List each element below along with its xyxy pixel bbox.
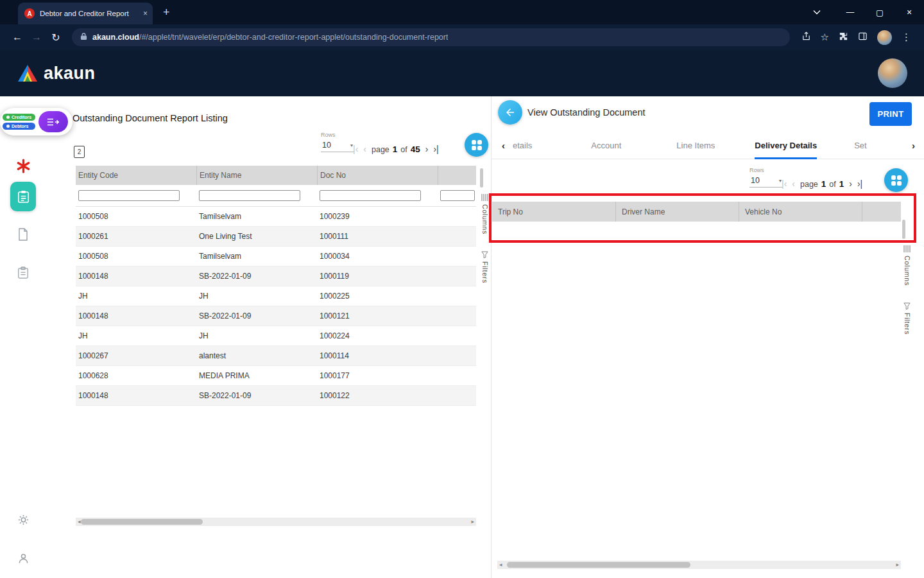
- table-side-tools: Columns Filters: [479, 164, 491, 300]
- columns-vertical-tab[interactable]: Columns: [903, 245, 911, 286]
- columns-vertical-tab[interactable]: Columns: [481, 194, 489, 234]
- columns-tab-label: Columns: [481, 204, 489, 234]
- table-row[interactable]: 1000628MEDIA PRIMA1000177: [76, 366, 476, 386]
- table-row[interactable]: JHJH1000224: [76, 326, 476, 346]
- scroll-right-icon[interactable]: ▸: [471, 518, 474, 526]
- rows-value: 10: [751, 176, 760, 185]
- profile-avatar[interactable]: [877, 30, 892, 45]
- vertical-scrollbar-thumb[interactable]: [480, 168, 483, 188]
- tab-close-icon[interactable]: ×: [143, 9, 148, 18]
- column-header-extra[interactable]: [862, 202, 901, 222]
- column-header-doc-no[interactable]: Doc No: [317, 166, 438, 185]
- column-header-entity-code[interactable]: Entity Code: [76, 166, 196, 185]
- scroll-left-icon[interactable]: ◂: [499, 561, 502, 569]
- filters-vertical-tab[interactable]: Filters: [481, 251, 489, 283]
- tab-account[interactable]: Account: [591, 132, 621, 159]
- detail-panel: View Outstanding Document PRINT ‹ etails…: [492, 96, 924, 578]
- column-header-trip-no[interactable]: Trip No: [492, 202, 615, 222]
- column-header-driver-name[interactable]: Driver Name: [615, 202, 739, 222]
- first-page-icon[interactable]: |‹: [353, 144, 358, 154]
- tab-delivery-details[interactable]: Delivery Details: [755, 132, 817, 159]
- tab-favicon: A: [24, 8, 35, 19]
- prev-page-icon[interactable]: ‹: [792, 179, 795, 189]
- table-row[interactable]: 1000148SB-2022-01-091000119: [76, 267, 476, 286]
- maximize-button[interactable]: ▢: [865, 8, 894, 17]
- column-header-vehicle-no[interactable]: Vehicle No: [739, 202, 862, 222]
- scroll-right-icon[interactable]: ▸: [896, 561, 899, 569]
- side-panel-icon[interactable]: [858, 31, 868, 44]
- prev-page-icon[interactable]: ‹: [363, 144, 366, 154]
- switcher-menu-button[interactable]: [38, 111, 68, 132]
- last-page-icon[interactable]: ›|: [857, 179, 862, 189]
- pdf-export-icon[interactable]: [0, 158, 46, 174]
- url-domain: akaun.cloud: [92, 33, 139, 42]
- scrollbar-thumb[interactable]: [81, 519, 203, 525]
- table-row[interactable]: 1000267alantest1000114: [76, 346, 476, 366]
- creditors-badge[interactable]: Creditors: [3, 114, 35, 121]
- delivery-table-header: Trip No Driver Name Vehicle No: [492, 202, 901, 222]
- last-page-icon[interactable]: ›|: [433, 144, 438, 154]
- filter-doc-no-input[interactable]: [320, 190, 421, 201]
- main-content: Creditors Debtors Outstanding Document R…: [0, 96, 924, 578]
- tabs-scroll-left-icon[interactable]: ‹: [502, 140, 505, 151]
- debtors-badge[interactable]: Debtors: [3, 123, 35, 130]
- next-page-icon[interactable]: ›: [425, 144, 429, 154]
- back-icon[interactable]: ←: [8, 31, 27, 43]
- grid-view-button[interactable]: [884, 168, 908, 192]
- filter-entity-code-input[interactable]: [78, 190, 180, 201]
- filters-vertical-tab[interactable]: Filters: [903, 302, 911, 335]
- table-row[interactable]: 1000508Tamilselvam1000239: [76, 207, 476, 227]
- filter-extra-input[interactable]: [440, 190, 475, 201]
- grid-view-button[interactable]: [465, 133, 488, 157]
- scroll-left-icon[interactable]: ◂: [78, 518, 81, 526]
- tab-settlement[interactable]: Set: [854, 132, 867, 159]
- browser-tab[interactable]: A Debtor and Creditor Report ×: [18, 3, 153, 24]
- tabs-scroll-right-icon[interactable]: ›: [912, 140, 915, 151]
- settings-gear-icon[interactable]: [0, 514, 46, 526]
- active-applet-button[interactable]: [0, 182, 46, 211]
- scrollbar-thumb[interactable]: [507, 562, 690, 568]
- column-header-entity-name[interactable]: Entity Name: [196, 166, 317, 185]
- menu-kebab-icon[interactable]: ⋮: [902, 31, 911, 43]
- user-avatar[interactable]: [878, 58, 907, 88]
- page-total: 1: [839, 179, 844, 189]
- back-button[interactable]: [498, 100, 522, 125]
- print-button[interactable]: PRINT: [869, 102, 912, 126]
- new-tab-button[interactable]: +: [163, 6, 170, 19]
- horizontal-scrollbar[interactable]: ◂ ▸: [76, 518, 476, 526]
- tab-details[interactable]: etails: [513, 132, 532, 159]
- horizontal-scrollbar[interactable]: ◂ ▸: [497, 561, 901, 569]
- forward-icon[interactable]: →: [27, 31, 46, 43]
- cell-doc-no: 1000114: [317, 351, 438, 360]
- first-page-icon[interactable]: |‹: [782, 179, 787, 189]
- documents-icon[interactable]: [0, 228, 46, 241]
- vertical-scrollbar-thumb[interactable]: [902, 220, 905, 239]
- page-indicator: page 1 of 45: [372, 144, 420, 154]
- star-icon[interactable]: ☆: [821, 31, 829, 43]
- table-row[interactable]: 1000261One Living Test1000111: [76, 227, 476, 247]
- cell-doc-no: 1000224: [317, 331, 438, 340]
- cell-entity-name: JH: [196, 331, 317, 340]
- url-bar[interactable]: akaun.cloud/#/applet/tnt/wavelet/erp/deb…: [72, 28, 790, 46]
- app-logo[interactable]: akaun: [17, 64, 96, 83]
- table-row[interactable]: 1000148SB-2022-01-091000121: [76, 306, 476, 326]
- filter-entity-name-input[interactable]: [199, 190, 300, 201]
- extensions-icon[interactable]: [839, 31, 848, 44]
- tasks-icon[interactable]: [0, 267, 46, 279]
- rows-select[interactable]: 10 ▾: [749, 176, 783, 188]
- table-row[interactable]: 1000148SB-2022-01-091000122: [76, 386, 476, 406]
- window-menu-chevron-icon[interactable]: [802, 10, 832, 15]
- refresh-icon[interactable]: ↻: [46, 31, 65, 44]
- column-header-extra[interactable]: [438, 166, 476, 185]
- close-button[interactable]: ×: [894, 7, 924, 17]
- duplicate-page-icon[interactable]: 2: [74, 146, 85, 158]
- tab-line-items[interactable]: Line Items: [676, 132, 715, 159]
- rows-select[interactable]: 10 ▾: [321, 141, 354, 152]
- share-icon[interactable]: [801, 31, 811, 44]
- table-row[interactable]: 1000508Tamilselvam1000034: [76, 247, 476, 267]
- profile-icon[interactable]: [0, 552, 46, 565]
- applet-switcher[interactable]: Creditors Debtors: [0, 108, 73, 136]
- next-page-icon[interactable]: ›: [849, 179, 852, 189]
- table-row[interactable]: JHJH1000225: [76, 286, 476, 306]
- minimize-button[interactable]: —: [835, 8, 865, 17]
